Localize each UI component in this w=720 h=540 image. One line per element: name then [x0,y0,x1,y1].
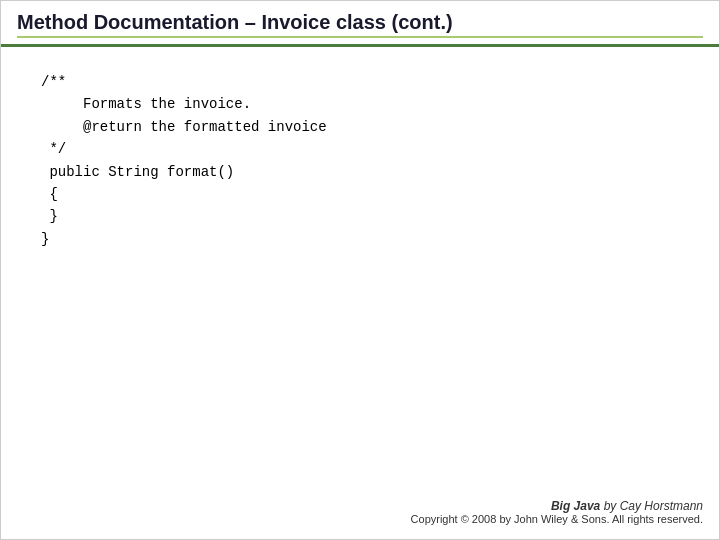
code-block: /** Formats the invoice. @return the for… [41,71,679,250]
slide-container: Method Documentation – Invoice class (co… [0,0,720,540]
footer: Big Java by Cay Horstmann Copyright © 20… [411,499,703,525]
footer-author: by Cay Horstmann [604,499,703,513]
content-area: /** Formats the invoice. @return the for… [1,47,719,270]
slide-title: Method Documentation – Invoice class (co… [17,11,453,33]
book-title: Big Java [551,499,600,513]
footer-copyright: Copyright © 2008 by John Wiley & Sons. A… [411,513,703,525]
footer-book-info: Big Java by Cay Horstmann [411,499,703,513]
slide-header: Method Documentation – Invoice class (co… [1,1,719,47]
